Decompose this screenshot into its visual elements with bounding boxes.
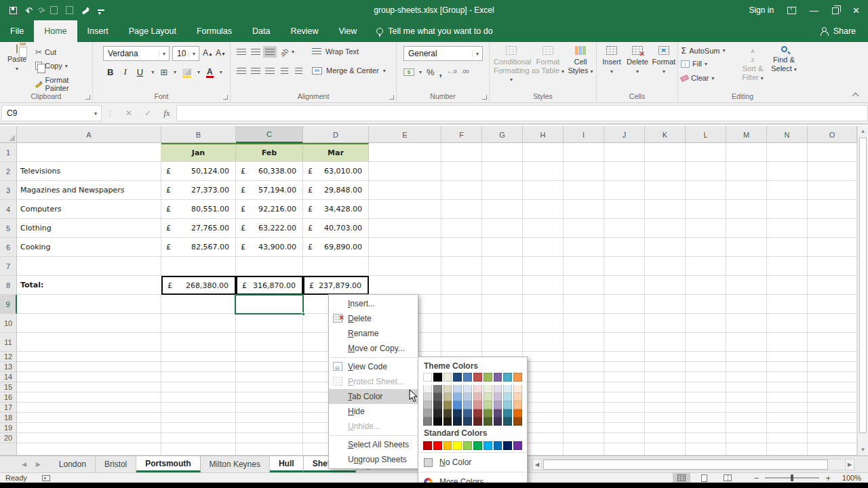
cell-O18[interactable]: [808, 413, 857, 423]
formula-input[interactable]: [176, 105, 868, 121]
row-header-17[interactable]: 17: [0, 403, 17, 413]
sheet-tab-london[interactable]: London: [50, 456, 96, 472]
theme-variant-swatch[interactable]: [453, 385, 462, 393]
column-header-B[interactable]: B: [161, 126, 236, 143]
cell-C3[interactable]: £57,194.00: [236, 181, 303, 200]
cell-F6[interactable]: [441, 238, 482, 257]
cell-J19[interactable]: [604, 423, 645, 433]
cell-K12[interactable]: [645, 352, 686, 362]
cell-M5[interactable]: [726, 219, 767, 238]
cell-L9[interactable]: [686, 295, 726, 314]
cell-B8[interactable]: £268,380.00: [161, 276, 236, 295]
cell-A14[interactable]: [17, 372, 161, 382]
theme-variant-swatch[interactable]: [494, 393, 502, 401]
row-header-15[interactable]: 15: [0, 382, 17, 392]
clipboard-dialog-launcher-icon[interactable]: [85, 95, 90, 100]
column-header-A[interactable]: A: [17, 126, 161, 143]
theme-variant-swatch[interactable]: [484, 418, 492, 426]
cell-A1[interactable]: [17, 143, 161, 162]
theme-variant-swatch[interactable]: [513, 385, 522, 393]
cell-A12[interactable]: [17, 352, 161, 362]
cell-E7[interactable]: [369, 257, 441, 276]
cell-A2[interactable]: Televisions: [17, 162, 161, 181]
cell-L2[interactable]: [686, 162, 726, 181]
standard-color-swatch[interactable]: [494, 441, 502, 450]
minimize-button[interactable]: —: [810, 5, 818, 16]
cell-E6[interactable]: [369, 238, 441, 257]
cell-F3[interactable]: [441, 181, 482, 200]
cell-C17[interactable]: [236, 403, 303, 413]
cell-E1[interactable]: [369, 143, 441, 162]
cell-E5[interactable]: [369, 219, 441, 238]
cell-L16[interactable]: [686, 392, 726, 403]
cell-L3[interactable]: [686, 181, 726, 200]
cell-M6[interactable]: [726, 238, 767, 257]
cell-D8[interactable]: £237,879.00: [303, 276, 369, 295]
menu-item-view-code[interactable]: View Code: [329, 359, 418, 374]
cell-L8[interactable]: [686, 276, 726, 295]
cell-F1[interactable]: [441, 143, 482, 162]
row-header-20[interactable]: 20: [0, 433, 17, 443]
cell-I13[interactable]: [564, 362, 604, 372]
horizontal-scrollbar[interactable]: ◀ ▶: [532, 459, 854, 470]
cell-H4[interactable]: [523, 200, 564, 219]
customize-qat-icon[interactable]: [98, 9, 104, 11]
cell-C18[interactable]: [236, 413, 303, 423]
number-format-combo[interactable]: General▾: [403, 46, 483, 61]
cell-K9[interactable]: [645, 295, 686, 314]
cell-A5[interactable]: Clothing: [17, 219, 161, 238]
sheet-tab-bristol[interactable]: Bristol: [96, 456, 136, 472]
scroll-up-icon[interactable]: ▲: [858, 126, 868, 137]
theme-variant-swatch[interactable]: [433, 385, 442, 393]
cell-L14[interactable]: [686, 372, 726, 382]
cell-E8[interactable]: [369, 276, 441, 295]
sign-in-button[interactable]: Sign in: [749, 5, 774, 15]
share-button[interactable]: Share: [808, 20, 868, 42]
cut-button[interactable]: ✂ Cut: [35, 47, 56, 57]
cell-D7[interactable]: [303, 257, 369, 276]
increase-decimal-icon[interactable]: ←.0: [447, 69, 457, 75]
find-select-button[interactable]: Find & Select ▾: [769, 46, 799, 73]
cell-H11[interactable]: [523, 333, 564, 352]
decrease-indent-button[interactable]: [277, 65, 291, 77]
cell-J7[interactable]: [604, 257, 645, 276]
row-header-3[interactable]: 3: [0, 181, 17, 200]
cell-H19[interactable]: [523, 423, 564, 433]
cell-N5[interactable]: [767, 219, 808, 238]
tab-data[interactable]: Data: [242, 20, 280, 42]
insert-function-icon[interactable]: fx: [157, 108, 176, 119]
cell-I10[interactable]: [564, 314, 604, 333]
theme-variant-swatch[interactable]: [473, 393, 482, 401]
theme-variant-swatch[interactable]: [423, 393, 432, 401]
cell-M12[interactable]: [726, 352, 767, 362]
cell-K1[interactable]: [645, 143, 686, 162]
cell-F8[interactable]: [441, 276, 482, 295]
column-header-M[interactable]: M: [726, 126, 767, 143]
cell-K14[interactable]: [645, 372, 686, 382]
cell-I3[interactable]: [564, 181, 604, 200]
row-header-19[interactable]: 19: [0, 423, 17, 433]
cell-B6[interactable]: £82,567.00: [161, 238, 236, 257]
number-dialog-launcher-icon[interactable]: [482, 95, 487, 100]
cell-O3[interactable]: [808, 181, 857, 200]
cell-J10[interactable]: [604, 314, 645, 333]
cell-G7[interactable]: [482, 257, 523, 276]
font-dialog-launcher-icon[interactable]: [223, 95, 228, 100]
theme-variant-swatch[interactable]: [463, 401, 472, 409]
paste-button[interactable]: Paste▾: [1, 45, 33, 72]
column-header-C[interactable]: C: [236, 126, 303, 143]
chevron-down-icon[interactable]: ▾: [90, 110, 101, 117]
cell-C20[interactable]: [236, 433, 303, 443]
cell-G4[interactable]: [482, 200, 523, 219]
menu-item-insert[interactable]: Insert...: [329, 296, 418, 311]
cell-M1[interactable]: [726, 143, 767, 162]
cell-I4[interactable]: [564, 200, 604, 219]
cell-B12[interactable]: [161, 352, 236, 362]
cell-J11[interactable]: [604, 333, 645, 352]
theme-variant-swatch[interactable]: [513, 418, 522, 426]
cell-H5[interactable]: [523, 219, 564, 238]
cell-D2[interactable]: £63,010.00: [303, 162, 369, 181]
underline-button[interactable]: U: [135, 67, 145, 77]
cell-N14[interactable]: [767, 372, 808, 382]
sheet-tab-hull[interactable]: Hull: [270, 456, 304, 472]
